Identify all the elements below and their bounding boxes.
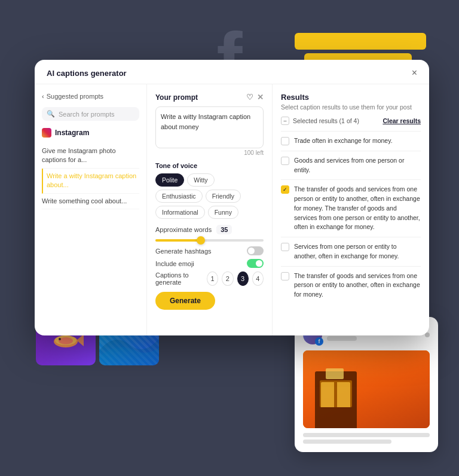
- search-icon: 🔍: [47, 110, 55, 118]
- results-title: Results: [281, 93, 421, 102]
- words-slider[interactable]: [155, 239, 264, 242]
- prompt-item-3[interactable]: Write something cool about...: [42, 194, 139, 209]
- selected-info: – Selected results (1 of 4): [281, 117, 359, 125]
- approx-words-row: Approximate words 35: [155, 225, 264, 234]
- name-line-2: [327, 336, 357, 341]
- prompt-actions: ♡ ✕: [246, 93, 264, 102]
- tone-label: Tone of voice: [155, 162, 264, 169]
- modal-header: AI captions generator ×: [35, 60, 429, 84]
- prompt-content: Write a witty Instagram caption about mo…: [161, 113, 250, 130]
- emoji-toggle[interactable]: [247, 259, 264, 268]
- result-check-1[interactable]: [281, 137, 289, 145]
- social-post-image: [303, 350, 430, 428]
- tone-enthusiastic[interactable]: Enthusiastic: [155, 190, 203, 203]
- result-item-5[interactable]: The transfer of goods and services from …: [281, 271, 421, 300]
- emoji-toggle-row: Include emoji: [155, 259, 264, 268]
- ai-captions-modal: AI captions generator × ‹ Suggested prom…: [35, 60, 429, 335]
- toggle-dot-off: [248, 248, 255, 254]
- instagram-icon: [42, 128, 51, 138]
- back-link[interactable]: ‹ Suggested prompts: [42, 93, 139, 100]
- modal-body: ‹ Suggested prompts 🔍 Search for prompts…: [35, 84, 429, 335]
- clear-results-button[interactable]: Clear results: [382, 117, 421, 124]
- divider-4: [281, 237, 421, 237]
- caption-line-1: [303, 433, 430, 437]
- toggle-dot-on: [256, 260, 262, 267]
- caption-count-1[interactable]: 1: [207, 271, 218, 286]
- result-text-2: Goods and services from one person or en…: [294, 156, 421, 175]
- svg-point-4: [59, 338, 61, 340]
- platform-name: Instagram: [55, 129, 89, 137]
- hashtags-toggle-row: Generate hashtags: [155, 246, 264, 255]
- modal-title: AI captions generator: [47, 69, 127, 78]
- selected-results-bar: – Selected results (1 of 4) Clear result…: [281, 117, 421, 125]
- slider-thumb[interactable]: [197, 236, 205, 245]
- char-count: 100 left: [155, 149, 264, 156]
- hashtags-label: Generate hashtags: [155, 248, 212, 255]
- caption-count-2[interactable]: 2: [222, 271, 233, 286]
- result-text-4: Services from one person or entity to an…: [294, 242, 421, 261]
- generate-button[interactable]: Generate: [155, 292, 215, 310]
- yellow-bar-1: [295, 33, 426, 50]
- captions-label: Captions to generate: [155, 271, 203, 286]
- result-item-2[interactable]: Goods and services from one person or en…: [281, 156, 421, 175]
- close-prompt-icon[interactable]: ✕: [257, 93, 264, 102]
- facebook-badge-icon: f: [315, 337, 323, 346]
- tone-polite[interactable]: Polite: [155, 173, 184, 187]
- left-panel: ‹ Suggested prompts 🔍 Search for prompts…: [35, 84, 147, 335]
- caption-count-3[interactable]: 3: [237, 271, 249, 286]
- your-prompt-label: Your prompt ♡ ✕: [155, 93, 264, 102]
- platform-label: Instagram: [42, 128, 139, 138]
- mid-panel: Your prompt ♡ ✕ Write a witty Instagram …: [147, 84, 273, 335]
- tone-informational[interactable]: Informational: [155, 206, 205, 219]
- approx-value: 35: [216, 225, 232, 234]
- slider-track: [155, 239, 264, 242]
- right-panel: Results Select caption results to use th…: [273, 84, 429, 335]
- social-caption: [303, 433, 430, 444]
- approx-label: Approximate words: [155, 226, 212, 233]
- result-check-4[interactable]: [281, 243, 289, 251]
- svg-point-2: [59, 337, 73, 344]
- hashtags-toggle[interactable]: [247, 246, 264, 255]
- divider-5: [281, 266, 421, 267]
- prompt-item-1[interactable]: Give me Instagram photo captions for a..…: [42, 144, 139, 169]
- result-item-1[interactable]: Trade often in exchange for money.: [281, 136, 421, 146]
- tone-witty[interactable]: Witty: [187, 173, 214, 187]
- result-text-1: Trade often in exchange for money.: [294, 136, 393, 146]
- selected-text: Selected results (1 of 4): [293, 117, 359, 124]
- search-box[interactable]: 🔍 Search for prompts: [42, 107, 139, 121]
- result-text-3: The transfer of goods and services from …: [294, 185, 421, 232]
- back-label: Suggested prompts: [47, 93, 103, 100]
- caption-count-4[interactable]: 4: [252, 271, 264, 286]
- tone-funny[interactable]: Funny: [208, 206, 238, 219]
- divider: [281, 131, 421, 132]
- search-placeholder: Search for prompts: [59, 111, 115, 118]
- result-check-5[interactable]: [281, 272, 289, 280]
- tone-buttons-group: Polite Witty Enthusiastic Friendly Infor…: [155, 173, 264, 219]
- result-item-4[interactable]: Services from one person or entity to an…: [281, 242, 421, 261]
- captions-count-row: Captions to generate 1 2 3 4: [155, 271, 264, 286]
- selected-checkbox[interactable]: –: [281, 117, 289, 125]
- prompt-item-2[interactable]: Write a witty Instagram caption about...: [42, 169, 139, 194]
- result-check-2[interactable]: [281, 157, 289, 165]
- results-subtitle: Select caption results to use them for y…: [281, 103, 421, 111]
- chevron-left-icon: ‹: [42, 93, 44, 100]
- prompt-textarea-box: Write a witty Instagram caption about mo…: [155, 106, 264, 148]
- result-check-3[interactable]: ✓: [281, 185, 289, 194]
- building-image: [303, 350, 430, 428]
- divider-3: [281, 179, 421, 180]
- social-post-card: f: [295, 317, 438, 452]
- close-button[interactable]: ×: [412, 68, 417, 78]
- result-item-3[interactable]: ✓ The transfer of goods and services fro…: [281, 185, 421, 232]
- your-prompt-text: Your prompt: [155, 93, 198, 102]
- tone-friendly[interactable]: Friendly: [206, 190, 241, 203]
- divider-2: [281, 151, 421, 151]
- caption-line-2: [303, 440, 391, 444]
- svg-marker-3: [76, 334, 84, 346]
- result-text-5: The transfer of goods and services from …: [294, 271, 421, 300]
- emoji-label: Include emoji: [155, 260, 194, 267]
- heart-icon[interactable]: ♡: [246, 93, 253, 102]
- slider-fill: [155, 239, 198, 242]
